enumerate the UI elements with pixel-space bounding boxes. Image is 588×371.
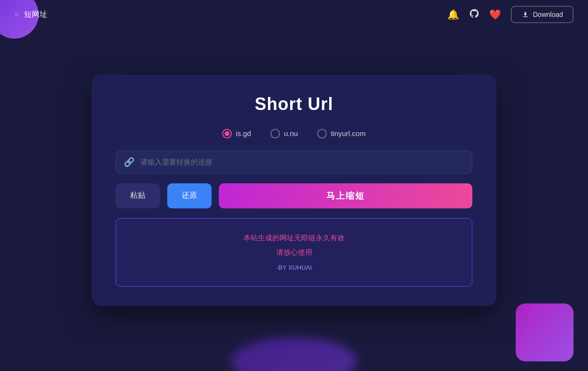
info-line-3: -BY XUHUAI	[126, 261, 462, 274]
header: 短网址 🔔 ❤️ Download	[0, 0, 588, 29]
radio-circle-tinyurl	[317, 129, 327, 138]
main-card: Short Url is.gd u.nu tinyurl.com 🔗 粘贴 还原…	[92, 75, 496, 306]
radio-label-tinyurl: tinyurl.com	[331, 129, 366, 137]
buttons-row: 粘贴 还原 马上缩短	[116, 183, 472, 208]
download-button[interactable]: Download	[511, 6, 574, 23]
decorative-blob-bottom-center	[231, 337, 357, 371]
radio-label-unu: u.nu	[284, 129, 298, 137]
download-label: Download	[533, 11, 563, 18]
shorten-button[interactable]: 马上缩短	[219, 183, 472, 208]
download-icon	[521, 11, 529, 18]
logo-dot	[14, 13, 18, 16]
radio-circle-isgd	[222, 129, 232, 138]
info-line-1: 本站生成的网址无暗链永久有效	[126, 231, 462, 245]
radio-circle-unu	[270, 129, 280, 138]
heart-icon[interactable]: ❤️	[489, 9, 501, 20]
notification-icon[interactable]: 🔔	[447, 9, 459, 20]
info-line-2: 请放心使用	[126, 245, 462, 260]
card-title: Short Url	[116, 94, 472, 114]
url-input[interactable]	[140, 158, 464, 166]
logo: 短网址	[14, 10, 47, 20]
radio-item-tinyurl[interactable]: tinyurl.com	[317, 129, 366, 138]
radio-item-isgd[interactable]: is.gd	[222, 129, 251, 138]
radio-label-isgd: is.gd	[236, 129, 251, 137]
logo-text: 短网址	[24, 10, 47, 20]
radio-group: is.gd u.nu tinyurl.com	[116, 129, 472, 138]
link-icon: 🔗	[124, 157, 134, 167]
paste-button[interactable]: 粘贴	[116, 183, 160, 208]
radio-item-unu[interactable]: u.nu	[270, 129, 298, 138]
url-input-wrapper: 🔗	[116, 151, 472, 174]
restore-button[interactable]: 还原	[167, 183, 212, 208]
info-box: 本站生成的网址无暗链永久有效 请放心使用 -BY XUHUAI	[116, 218, 472, 287]
decorative-blob-bottom-right	[516, 303, 574, 361]
header-right: 🔔 ❤️ Download	[447, 6, 574, 23]
github-icon[interactable]	[469, 8, 480, 21]
